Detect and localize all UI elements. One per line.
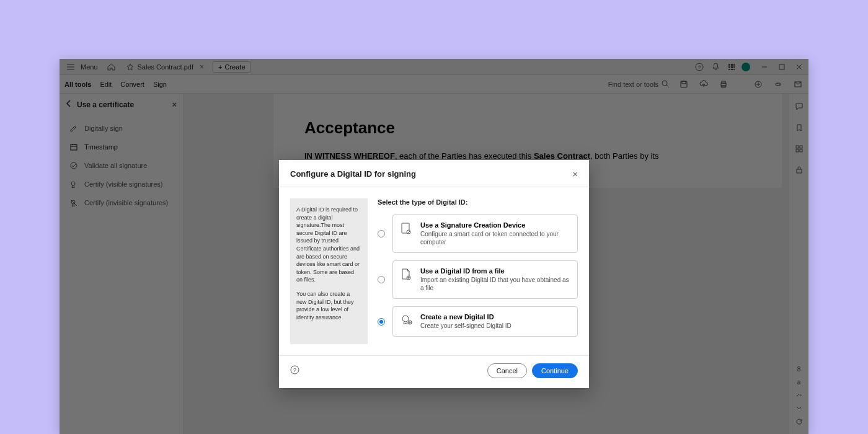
option-title: Use a Digital ID from a file	[420, 267, 570, 275]
option-desc: Configure a smart card or token connecte…	[420, 230, 570, 246]
svg-point-32	[402, 316, 409, 322]
radio-icon[interactable]	[378, 276, 385, 283]
info-text-1: A Digital ID is required to create a dig…	[296, 206, 361, 284]
info-text-2: You can also create a new Digital ID, bu…	[296, 290, 361, 321]
option-title: Create a new Digital ID	[420, 313, 512, 321]
cancel-button[interactable]: Cancel	[487, 363, 527, 378]
modal-close-icon[interactable]: ×	[572, 169, 578, 179]
device-icon	[401, 223, 413, 237]
option-desc: Create your self-signed Digital ID	[420, 322, 512, 330]
continue-button[interactable]: Continue	[532, 363, 578, 378]
option-from-file[interactable]: Use a Digital ID from a file Import an e…	[378, 260, 578, 299]
info-box: A Digital ID is required to create a dig…	[290, 198, 368, 344]
modal-body: A Digital ID is required to create a dig…	[279, 187, 589, 355]
svg-point-30	[407, 230, 410, 234]
modal-title: Configure a Digital ID for signing	[290, 169, 416, 179]
option-signature-device[interactable]: Use a Signature Creation Device Configur…	[378, 215, 578, 253]
modal-header: Configure a Digital ID for signing ×	[279, 160, 589, 187]
file-icon	[401, 268, 413, 283]
radio-icon[interactable]	[378, 230, 385, 237]
option-desc: Import an existing Digital ID that you h…	[420, 276, 570, 292]
help-icon[interactable]: ?	[290, 365, 299, 377]
radio-icon[interactable]	[378, 318, 385, 326]
option-title: Use a Signature Creation Device	[420, 221, 570, 229]
svg-text:?: ?	[293, 367, 296, 373]
options-prompt: Select the type of Digital ID:	[378, 198, 578, 206]
digital-id-modal: Configure a Digital ID for signing × A D…	[279, 160, 589, 388]
modal-footer: ? Cancel Continue	[279, 355, 589, 388]
option-create-new[interactable]: Create a new Digital ID Create your self…	[378, 306, 578, 337]
badge-icon	[401, 314, 413, 329]
options-column: Select the type of Digital ID: Use a Sig…	[378, 198, 578, 344]
